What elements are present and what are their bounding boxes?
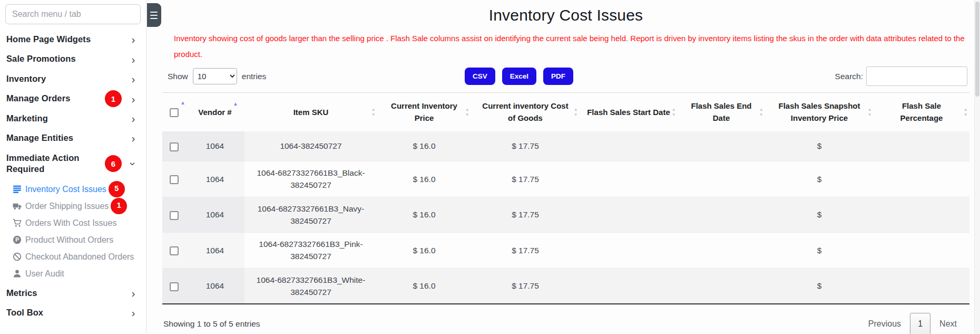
item-sku-value: 1064-68273327661B3_Black-382450727 xyxy=(249,167,373,192)
pdf-export-button[interactable]: PDF xyxy=(543,68,573,85)
notification-badge: 5 xyxy=(109,181,125,197)
column-header-select[interactable]: ▲ xyxy=(162,93,185,131)
cell-flash-sale-percentage xyxy=(874,233,969,269)
cell-flash-sales-snapshot-price: $ xyxy=(765,268,874,304)
sidebar-item-sale-promotions[interactable]: Sale Promotions› xyxy=(5,49,141,69)
sidebar-item-label: Immediate Action Required xyxy=(6,152,102,175)
cell-item-sku: 1064-382450727 xyxy=(244,131,377,161)
chevron-right-icon: › xyxy=(127,54,140,65)
sidebar-item-label: Inventory xyxy=(6,73,127,84)
excel-export-button[interactable]: Excel xyxy=(502,68,536,85)
entries-select[interactable]: 10 xyxy=(193,68,237,84)
item-sku-value: 1064-382450727 xyxy=(280,140,341,152)
hamburger-icon xyxy=(150,12,161,13)
cell-flash-sales-end-date xyxy=(678,233,765,269)
sidebar-nav: Home Page Widgets›Sale Promotions›Invent… xyxy=(5,30,141,322)
item-sku-value: 1064-68273327661B3_Pink-382450727 xyxy=(249,238,373,263)
notification-badge: 1 xyxy=(105,90,122,107)
column-header-vendor[interactable]: Vendor #▲ xyxy=(185,93,244,131)
select-all-checkbox[interactable] xyxy=(170,108,179,117)
sidebar-item-marketing[interactable]: Marketing› xyxy=(5,109,141,128)
sidebar-toggle-button[interactable] xyxy=(147,3,161,27)
sidebar-item-immediate-action-required[interactable]: Immediate Action Required6› xyxy=(5,148,141,179)
row-checkbox[interactable] xyxy=(170,282,179,291)
vendor-number-value: 1064 xyxy=(206,173,224,185)
column-header-label: Flash Sales End Date xyxy=(691,101,751,122)
pagination: Previous 1 Next xyxy=(868,313,968,334)
sidebar-subitem-user-audit[interactable]: User Audit xyxy=(12,265,141,282)
table-row: 10641064-68273327661B3_Navy-382450727$ 1… xyxy=(162,197,969,233)
cell-flash-sales-snapshot-price: $ xyxy=(765,131,874,161)
cell-vendor-number: 1064 xyxy=(185,268,244,304)
next-button[interactable]: Next xyxy=(939,319,957,329)
sidebar-subitem-orders-with-cost-issues[interactable]: Orders With Cost Issues xyxy=(12,215,141,232)
sidebar-item-home-page-widgets[interactable]: Home Page Widgets› xyxy=(5,30,141,49)
sidebar-item-tool-box[interactable]: Tool Box› xyxy=(5,303,141,322)
cell-flash-sale-percentage xyxy=(874,161,969,197)
table-search-input[interactable] xyxy=(866,66,967,86)
page-title: Inventory Cost Issues xyxy=(162,6,969,24)
column-header-label: Current inventory Cost of Goods xyxy=(482,101,568,122)
cell-vendor-number: 1064 xyxy=(185,233,244,269)
cell-flash-sales-end-date xyxy=(678,131,765,161)
main-content: Inventory Cost Issues Inventory showing … xyxy=(146,0,980,334)
cell-current-inventory-cost-of-goods: $ 17.75 xyxy=(471,233,580,269)
page-scrollbar[interactable] xyxy=(974,0,980,334)
page-1-button[interactable]: 1 xyxy=(910,313,930,334)
cell-flash-sales-end-date xyxy=(678,197,765,233)
csv-export-button[interactable]: CSV xyxy=(465,68,495,85)
row-checkbox[interactable] xyxy=(170,246,179,255)
current-inventory-cost-of-goods-value: $ 17.75 xyxy=(512,280,539,292)
sidebar-item-label: Metrics xyxy=(6,288,127,299)
row-checkbox[interactable] xyxy=(170,142,179,151)
cell-current-inventory-price: $ 16.0 xyxy=(377,161,471,197)
current-inventory-price-value: $ 16.0 xyxy=(413,173,435,185)
cell-item-sku: 1064-68273327661B3_Pink-382450727 xyxy=(244,233,377,269)
sidebar-item-label: Marketing xyxy=(6,113,127,124)
sidebar-subitem-label: Orders With Cost Issues xyxy=(25,218,116,227)
flash-sales-snapshot-price-value: $ xyxy=(817,173,822,185)
cell-flash-sales-start-date xyxy=(580,131,678,161)
svg-text:P: P xyxy=(15,237,19,243)
column-header-current-inventory-cost-of-goods[interactable]: Current inventory Cost of Goods▲▼ xyxy=(471,93,580,131)
cell-current-inventory-price: $ 16.0 xyxy=(377,197,471,233)
cell-flash-sales-end-date xyxy=(678,268,765,304)
sort-icon: ▲▼ xyxy=(964,107,968,117)
cell-item-sku: 1064-68273327661B3_Navy-382450727 xyxy=(244,197,377,233)
sidebar-item-metrics[interactable]: Metrics› xyxy=(5,283,141,303)
row-checkbox[interactable] xyxy=(170,175,179,184)
sort-icon: ▲▼ xyxy=(672,107,676,117)
sidebar-subitem-inventory-cost-issues[interactable]: Inventory Cost Issues5 xyxy=(12,181,141,198)
cell-flash-sales-snapshot-price: $ xyxy=(765,197,874,233)
table-row: 10641064-382450727$ 16.0$ 17.75$ xyxy=(162,131,969,161)
cell-flash-sales-snapshot-price: $ xyxy=(765,161,874,197)
sidebar-item-manage-entities[interactable]: Manage Entities› xyxy=(5,128,141,148)
entries-info: Showing 1 to 5 of 5 entries xyxy=(163,319,260,329)
cell-flash-sales-start-date xyxy=(580,233,678,269)
column-header-label: Current Inventory Price xyxy=(391,101,457,122)
sidebar-subitem-checkout-abandoned-orders[interactable]: Checkout Abandoned Orders xyxy=(12,249,141,265)
cell-vendor-number: 1064 xyxy=(185,131,244,161)
scrollbar-thumb[interactable] xyxy=(975,2,979,97)
column-header-current-inventory-price[interactable]: Current Inventory Price▲▼ xyxy=(377,93,471,131)
notification-badge: 1 xyxy=(111,198,127,214)
notice-text: Inventory showing cost of goods larger t… xyxy=(174,31,967,62)
column-header-flash-sale-percentage[interactable]: Flash Sale Percentage▲▼ xyxy=(874,93,969,131)
sidebar-search-input[interactable] xyxy=(5,4,141,24)
column-header-label: Vendor # xyxy=(198,108,231,117)
column-header-flash-sales-start-date[interactable]: Flash Sales Start Date▲▼ xyxy=(580,93,678,131)
cell-current-inventory-cost-of-goods: $ 17.75 xyxy=(471,161,580,197)
cell-item-sku: 1064-68273327661B3_Black-382450727 xyxy=(244,161,377,197)
sidebar-item-manage-orders[interactable]: Manage Orders1› xyxy=(5,89,141,108)
sidebar-subitem-product-without-orders[interactable]: PProduct Without Orders xyxy=(12,232,141,249)
previous-button[interactable]: Previous xyxy=(868,319,901,329)
sidebar-item-inventory[interactable]: Inventory› xyxy=(5,69,141,89)
column-header-flash-sales-snapshot-inventory-price[interactable]: Flash Sales Snapshot Inventory Price▲▼ xyxy=(765,93,874,131)
column-header-flash-sales-end-date[interactable]: Flash Sales End Date▲▼ xyxy=(678,93,765,131)
sidebar-subitem-order-shipping-issues[interactable]: Order Shipping Issues1 xyxy=(12,198,141,215)
row-checkbox[interactable] xyxy=(170,211,179,220)
sort-icon: ▲▼ xyxy=(759,107,763,117)
column-header-item-sku[interactable]: Item SKU▲▼ xyxy=(244,93,377,131)
cart-icon xyxy=(13,218,22,227)
app-window: Home Page Widgets›Sale Promotions›Invent… xyxy=(0,0,980,334)
